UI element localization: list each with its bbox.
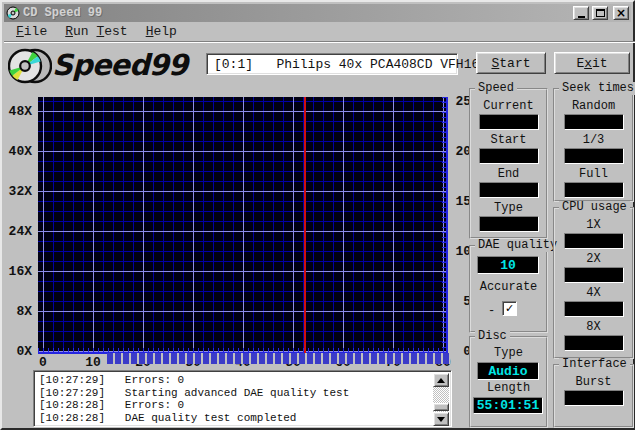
speed-current-display [479, 114, 539, 130]
log-box: [10:27:29] Errors: 0[10:27:29] Starting … [33, 370, 452, 427]
start-button[interactable]: Start [476, 52, 546, 74]
menu-item-file[interactable]: File [7, 22, 56, 42]
menubar: FileRun TestHelp [4, 22, 635, 42]
seek-random-display [564, 114, 624, 130]
x-axis-tick: 0 [31, 355, 55, 370]
log-lines: [10:27:29] Errors: 0[10:27:29] Starting … [39, 374, 429, 424]
left-axis-tick: 0X [16, 344, 32, 359]
drive-select-value: [0:1] Philips 40x PCA408CD VFH16 [207, 57, 479, 72]
interface-burst-label: Burst [555, 376, 632, 389]
disc-type-display: Audio [477, 362, 539, 380]
disc-panel-title: Disc [475, 330, 510, 343]
log-line: [10:27:29] Errors: 0 [39, 374, 429, 387]
log-line: [10:28:28] Errors: 0 [39, 399, 429, 412]
cpu-usage-panel-body: 1X2X4X8X [555, 209, 632, 351]
cpu-1x-label: 1X [555, 219, 632, 232]
interface-burst-display [564, 390, 624, 406]
progress-bar [107, 353, 450, 364]
disc-length-display: 55:01:51 [473, 397, 543, 414]
disc-type-label: Type [471, 347, 546, 360]
menu-item-help[interactable]: Help [137, 22, 186, 42]
x-axis-tick: 10 [81, 355, 105, 370]
app-icon [6, 6, 20, 20]
speed-end-label: End [471, 168, 546, 181]
arrow-down-icon [437, 417, 445, 422]
seek-full-display [564, 182, 624, 198]
minimize-icon [578, 16, 585, 18]
cd-speed-logo-icon [8, 46, 52, 86]
menu-item-run-test[interactable]: Run Test [56, 22, 136, 42]
titlebar[interactable]: CD Speed 99 × [4, 4, 631, 22]
speed-start-label: Start [471, 134, 546, 147]
maximize-icon [596, 9, 605, 17]
speed-start-display [479, 148, 539, 164]
left-axis-tick: 16X [9, 264, 32, 279]
seek-times-panel: Seek times Random1/3Full [553, 88, 634, 202]
scroll-down-button[interactable] [433, 412, 449, 426]
speed-current-label: Current [471, 100, 546, 113]
seek-times-panel-body: Random1/3Full [555, 90, 632, 198]
accurate-checkbox[interactable]: ✓ [502, 301, 517, 316]
left-axis-tick: 48X [9, 104, 32, 119]
disc-end-marker-line [304, 97, 306, 354]
accurate-label: Accurate [471, 281, 546, 294]
left-axis-tick: 40X [9, 144, 32, 159]
dae-quality-panel-title: DAE quality [475, 239, 560, 252]
seek-random-label: Random [555, 100, 632, 113]
log-scrollbar[interactable] [433, 373, 449, 426]
chart-area [38, 97, 448, 354]
seek-1-3-display [564, 148, 624, 164]
log-line: [10:27:29] Starting advanced DAE quality… [39, 387, 429, 400]
cpu-4x-display [564, 301, 624, 317]
cpu-usage-panel-title: CPU usage [559, 201, 630, 214]
left-axis-tick: 8X [16, 304, 32, 319]
right-axis-ruler [442, 97, 448, 354]
speed-type-label: Type [471, 202, 546, 215]
speed-end-display [479, 182, 539, 198]
arrow-up-icon [437, 378, 445, 383]
dae-quality-display: 10 [477, 256, 539, 274]
speed-panel-title: Speed [475, 82, 517, 95]
right-axis-labels: 2520151050 [450, 97, 471, 359]
minimize-button[interactable] [573, 6, 589, 20]
scroll-up-button[interactable] [433, 373, 449, 387]
speed-panel: Speed CurrentStartEndType [469, 88, 548, 239]
header-buttons: StartExit [476, 52, 630, 74]
seek-full-label: Full [555, 168, 632, 181]
seek-1-3-label: 1/3 [555, 134, 632, 147]
left-axis-tick: 32X [9, 184, 32, 199]
close-icon: × [616, 7, 626, 19]
app-logo-text: Speed99 [52, 48, 187, 82]
speed-panel-body: CurrentStartEndType [471, 90, 546, 232]
maximize-button[interactable] [592, 6, 608, 20]
disc-length-label: Length [471, 382, 546, 395]
cpu-2x-label: 2X [555, 253, 632, 266]
interface-panel-title: Interface [559, 358, 630, 371]
accurate-dash-label: - [488, 304, 495, 318]
cpu-4x-label: 4X [555, 287, 632, 300]
interface-panel-body: Burst [555, 366, 632, 406]
close-button[interactable]: × [613, 6, 629, 20]
speed-type-display [479, 216, 539, 232]
cpu-usage-panel: CPU usage 1X2X4X8X [553, 207, 634, 359]
scrollbar-thumb[interactable] [433, 403, 449, 411]
cpu-2x-display [564, 267, 624, 283]
cpu-8x-display [564, 335, 624, 351]
log-line: [10:28:28] DAE quality test completed [39, 412, 429, 425]
window-title: CD Speed 99 [23, 7, 570, 19]
left-axis-labels: 48X40X32X24X16X8X0X [2, 97, 35, 354]
app-window: CD Speed 99 × FileRun TestHelp Speed99 [… [0, 0, 635, 430]
cpu-1x-display [564, 233, 624, 249]
left-axis-tick: 24X [9, 224, 32, 239]
cpu-8x-label: 8X [555, 321, 632, 334]
drive-select[interactable]: [0:1] Philips 40x PCA408CD VFH16 [206, 53, 458, 75]
seek-times-panel-title: Seek times [559, 82, 635, 95]
dae-quality-panel: DAE quality 10 Accurate - ✓ [469, 245, 548, 333]
disc-panel: Disc Type Audio Length 55:01:51 [469, 336, 548, 428]
interface-panel: Interface Burst [553, 364, 634, 428]
exit-button[interactable]: Exit [554, 52, 630, 74]
